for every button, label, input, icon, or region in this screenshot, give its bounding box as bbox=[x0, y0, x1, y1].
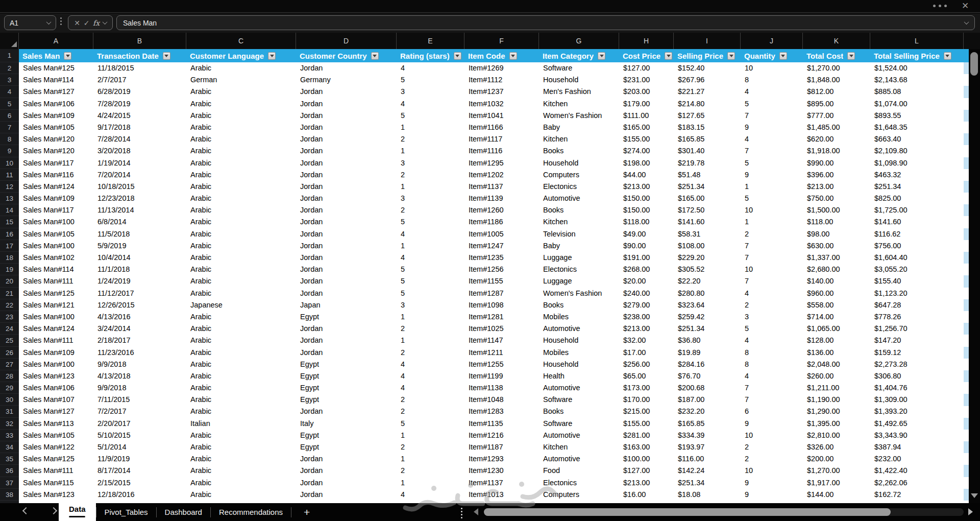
grid-cell[interactable]: $231.00 bbox=[619, 74, 674, 86]
grid-cell[interactable]: 2 bbox=[397, 441, 464, 453]
grid-cell[interactable]: Item#1235 bbox=[464, 252, 539, 264]
grid-cell[interactable]: Books bbox=[539, 406, 619, 417]
grid-cell[interactable]: 5 bbox=[397, 275, 464, 287]
grid-cell[interactable]: 2/20/2017 bbox=[93, 418, 186, 430]
grid-cell[interactable]: $2,109.80 bbox=[870, 145, 964, 157]
grid-cell[interactable]: Kitchen bbox=[539, 216, 619, 228]
row-number[interactable]: 16 bbox=[0, 228, 19, 240]
grid-cell[interactable]: 9 bbox=[741, 418, 803, 430]
grid-cell[interactable]: 10/18/2015 bbox=[93, 181, 186, 193]
filter-dropdown-icon[interactable] bbox=[598, 52, 605, 60]
grid-cell[interactable]: $1,648.35 bbox=[870, 122, 964, 133]
grid-cell[interactable]: $2,262.06 bbox=[870, 477, 964, 489]
column-letter-L[interactable]: L bbox=[870, 33, 964, 49]
grid-cell[interactable]: Food bbox=[539, 465, 619, 477]
grid-cell[interactable]: 5/1/2014 bbox=[93, 441, 186, 453]
row-number[interactable]: 35 bbox=[0, 453, 19, 465]
grid-cell[interactable]: Sales Man#105 bbox=[19, 430, 93, 441]
grid-cell[interactable]: Sales Man#105 bbox=[19, 228, 93, 240]
grid-cell[interactable]: Arabic bbox=[186, 240, 296, 252]
grid-cell[interactable]: Sales Man#106 bbox=[19, 382, 93, 394]
grid-cell[interactable]: $281.00 bbox=[619, 430, 674, 441]
row-number[interactable]: 34 bbox=[0, 441, 19, 453]
grid-cell[interactable]: Mobiles bbox=[539, 347, 619, 359]
grid-cell[interactable]: $238.00 bbox=[619, 311, 674, 323]
grid-cell[interactable]: $620.00 bbox=[803, 133, 870, 145]
grid-cell[interactable]: $90.00 bbox=[619, 240, 674, 252]
grid-cell[interactable]: Arabic bbox=[186, 181, 296, 193]
grid-cell[interactable]: Arabic bbox=[186, 382, 296, 394]
grid-cell[interactable]: Sales Man#100 bbox=[19, 240, 93, 252]
grid-cell[interactable]: $267.96 bbox=[674, 74, 741, 86]
grid-cell[interactable]: 10 bbox=[741, 465, 803, 477]
grid-cell[interactable]: 4 bbox=[397, 382, 464, 394]
grid-cell[interactable]: Jordan bbox=[296, 275, 397, 287]
vertical-scrollbar-thumb[interactable] bbox=[970, 52, 978, 76]
grid-cell[interactable]: $268.00 bbox=[619, 264, 674, 275]
grid-cell[interactable]: Jordan bbox=[296, 406, 397, 417]
grid-cell[interactable]: Jordan bbox=[296, 347, 397, 359]
name-box[interactable]: A1 bbox=[4, 15, 56, 30]
row-number[interactable]: 30 bbox=[0, 394, 19, 406]
grid-cell[interactable]: 2/18/2017 bbox=[93, 335, 186, 346]
grid-cell[interactable]: 3 bbox=[397, 193, 464, 204]
grid-cell[interactable]: Household bbox=[539, 335, 619, 346]
grid-cell[interactable]: 2/15/2015 bbox=[93, 477, 186, 489]
grid-cell[interactable]: Arabic bbox=[186, 323, 296, 335]
grid-cell[interactable]: $165.85 bbox=[674, 418, 741, 430]
header-cell[interactable]: Transaction Date bbox=[93, 49, 186, 62]
grid-cell[interactable]: Arabic bbox=[186, 264, 296, 275]
grid-cell[interactable]: $256.00 bbox=[619, 359, 674, 370]
scroll-left-arrow-icon[interactable] bbox=[474, 508, 478, 515]
grid-cell[interactable]: $163.00 bbox=[619, 441, 674, 453]
function-icon[interactable]: fx bbox=[93, 19, 100, 27]
grid-cell[interactable]: 3 bbox=[397, 86, 464, 98]
grid-cell[interactable]: $215.00 bbox=[619, 406, 674, 417]
grid-cell[interactable]: Item#1255 bbox=[464, 359, 539, 370]
grid-cell[interactable]: Item#1041 bbox=[464, 110, 539, 122]
grid-cell[interactable]: $1,524.00 bbox=[870, 62, 964, 74]
grid-cell[interactable]: Item#1211 bbox=[464, 347, 539, 359]
column-letter-D[interactable]: D bbox=[296, 33, 397, 49]
grid-cell[interactable]: 3 bbox=[397, 157, 464, 169]
grid-cell[interactable]: Software bbox=[539, 394, 619, 406]
header-cell[interactable]: Selling Price bbox=[674, 49, 741, 62]
grid-cell[interactable]: 9 bbox=[741, 489, 803, 501]
grid-cell[interactable]: 5 bbox=[397, 264, 464, 275]
row-number[interactable]: 21 bbox=[0, 288, 19, 299]
grid-cell[interactable]: 5 bbox=[397, 216, 464, 228]
grid-cell[interactable]: 4 bbox=[741, 335, 803, 346]
grid-cell[interactable]: Sales Man#125 bbox=[19, 453, 93, 465]
grid-cell[interactable]: 4 bbox=[741, 86, 803, 98]
grid-cell[interactable]: $155.00 bbox=[619, 133, 674, 145]
grid-cell[interactable]: $162.72 bbox=[870, 489, 964, 501]
grid-cell[interactable]: Kitchen bbox=[539, 98, 619, 110]
grid-cell[interactable]: $118.00 bbox=[803, 216, 870, 228]
chevron-down-icon[interactable] bbox=[964, 19, 969, 25]
grid-cell[interactable]: $1,393.20 bbox=[870, 406, 964, 417]
grid-cell[interactable]: Item#1138 bbox=[464, 382, 539, 394]
grid-cell[interactable]: Arabic bbox=[186, 110, 296, 122]
grid-cell[interactable]: Sales Man#125 bbox=[19, 288, 93, 299]
grid-cell[interactable]: 7 bbox=[741, 252, 803, 264]
grid-cell[interactable]: $3,343.90 bbox=[870, 430, 964, 441]
grid-cell[interactable]: $213.00 bbox=[619, 323, 674, 335]
grid-cell[interactable]: $1,211.00 bbox=[803, 382, 870, 394]
grid-cell[interactable]: Jordan bbox=[296, 453, 397, 465]
grid-cell[interactable]: Kitchen bbox=[539, 441, 619, 453]
row-number[interactable]: 14 bbox=[0, 204, 19, 216]
scroll-down-arrow-icon[interactable] bbox=[971, 493, 978, 498]
grid-cell[interactable]: Automotive bbox=[539, 453, 619, 465]
grid-cell[interactable]: $251.34 bbox=[674, 323, 741, 335]
grid-cell[interactable]: $1,395.00 bbox=[803, 418, 870, 430]
grid-cell[interactable]: German bbox=[186, 74, 296, 86]
grid-cell[interactable]: Arabic bbox=[186, 133, 296, 145]
filter-dropdown-icon[interactable] bbox=[727, 52, 735, 60]
grid-cell[interactable]: Sales Man#109 bbox=[19, 193, 93, 204]
grid-cell[interactable]: $1,918.00 bbox=[803, 145, 870, 157]
grid-cell[interactable]: $326.00 bbox=[803, 441, 870, 453]
grid-cell[interactable]: Women's Fashion bbox=[539, 288, 619, 299]
filter-dropdown-icon[interactable] bbox=[944, 52, 951, 60]
grid-cell[interactable]: $155.00 bbox=[619, 418, 674, 430]
grid-cell[interactable]: 1 bbox=[397, 430, 464, 441]
